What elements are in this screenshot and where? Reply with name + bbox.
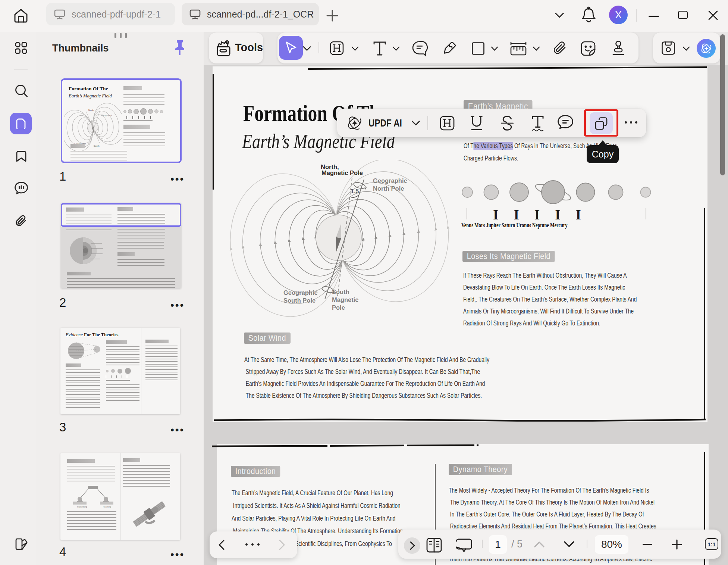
svg-text:Magnetic: Magnetic bbox=[332, 296, 359, 303]
svg-text:South: South bbox=[332, 288, 349, 295]
svg-text:Geographic: Geographic bbox=[373, 177, 407, 184]
svg-text:Transmitting: Transmitting bbox=[77, 506, 87, 508]
svg-text:Geographic: Geographic bbox=[101, 114, 113, 116]
svg-text:North: North bbox=[88, 109, 94, 111]
svg-text:Geographic: Geographic bbox=[283, 289, 318, 296]
svg-text:Magnetic Pole: Magnetic Pole bbox=[321, 169, 363, 176]
svg-text:1.5: 1.5 bbox=[351, 188, 359, 194]
svg-text:Receiving: Receiving bbox=[103, 506, 111, 508]
svg-text:South Pole: South Pole bbox=[283, 297, 316, 304]
svg-text:South: South bbox=[94, 145, 100, 147]
svg-text:North Pole: North Pole bbox=[373, 185, 404, 192]
svg-text:Pole: Pole bbox=[332, 304, 345, 311]
